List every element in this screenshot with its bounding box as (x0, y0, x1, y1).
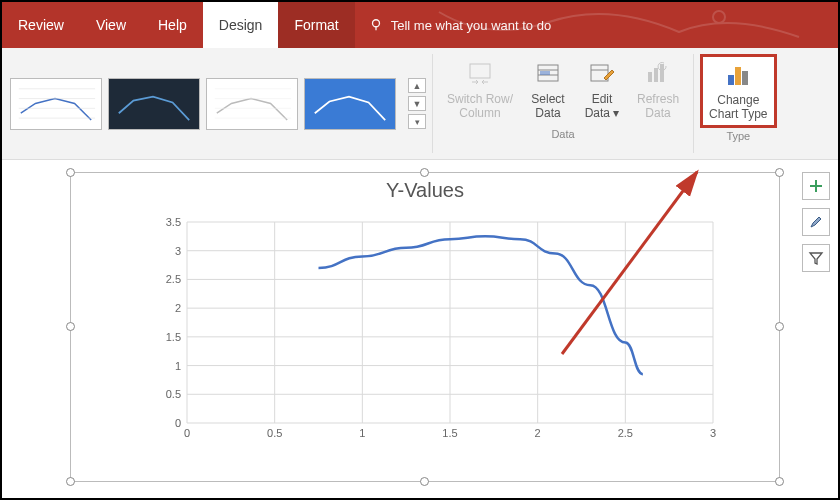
svg-text:2.5: 2.5 (166, 273, 181, 285)
svg-rect-11 (470, 64, 490, 78)
chart-plot[interactable]: 00.511.522.53 00.511.522.533.5 (161, 218, 721, 443)
style-gallery-expand[interactable]: ▾ (408, 114, 426, 129)
chart-style-3[interactable] (206, 78, 298, 130)
select-data-label: SelectData (531, 92, 564, 120)
funnel-icon (808, 250, 824, 266)
ribbon-tabbar: Review View Help Design Format Tell me w… (2, 2, 838, 48)
svg-text:0: 0 (184, 427, 190, 439)
svg-text:1.5: 1.5 (166, 331, 181, 343)
change-chart-type-label: ChangeChart Type (709, 93, 767, 121)
chart-elements-button[interactable] (802, 172, 830, 200)
svg-text:0.5: 0.5 (267, 427, 282, 439)
svg-rect-21 (728, 75, 734, 85)
resize-handle-s[interactable] (420, 477, 429, 486)
switch-row-column-button: Switch Row/Column (439, 54, 521, 126)
y-axis: 00.511.522.533.5 (166, 218, 181, 429)
slide-canvas: Y-Values 00.511.522.53 00.511.522.533.5 (2, 160, 838, 498)
chart-filters-button[interactable] (802, 244, 830, 272)
refresh-data-button: RefreshData (629, 54, 687, 126)
data-group: Switch Row/Column SelectData EditData ▾ … (433, 48, 693, 159)
svg-rect-15 (540, 71, 550, 75)
svg-rect-20 (660, 64, 664, 82)
resize-handle-nw[interactable] (66, 168, 75, 177)
tell-me-placeholder: Tell me what you want to do (391, 18, 551, 33)
svg-rect-22 (735, 67, 741, 85)
tab-help[interactable]: Help (142, 2, 203, 48)
svg-rect-23 (742, 71, 748, 85)
chart-object[interactable]: Y-Values 00.511.522.53 00.511.522.533.5 (70, 172, 780, 482)
resize-handle-n[interactable] (420, 168, 429, 177)
tab-help-label: Help (158, 17, 187, 33)
svg-text:1: 1 (359, 427, 365, 439)
type-group: ChangeChart Type Type (694, 48, 782, 159)
switch-row-column-label: Switch Row/Column (447, 92, 513, 120)
paintbrush-icon (808, 214, 824, 230)
resize-handle-w[interactable] (66, 322, 75, 331)
chart-styles-button[interactable] (802, 208, 830, 236)
svg-text:0.5: 0.5 (166, 388, 181, 400)
switch-row-column-icon (466, 60, 494, 88)
tab-format[interactable]: Format (278, 2, 354, 48)
svg-text:2.5: 2.5 (618, 427, 633, 439)
chart-style-4[interactable] (304, 78, 396, 130)
chart-styles-gallery: ▲ ▼ ▾ (2, 48, 432, 159)
resize-handle-se[interactable] (775, 477, 784, 486)
plus-icon (808, 178, 824, 194)
svg-rect-19 (654, 68, 658, 82)
ribbon: ▲ ▼ ▾ Switch Row/Column SelectData EditD… (2, 48, 838, 160)
svg-rect-18 (648, 72, 652, 82)
chart-style-1[interactable] (10, 78, 102, 130)
tell-me-search[interactable]: Tell me what you want to do (355, 2, 551, 48)
edit-data-icon (588, 60, 616, 88)
type-group-label: Type (726, 128, 750, 146)
resize-handle-sw[interactable] (66, 477, 75, 486)
tab-view[interactable]: View (80, 2, 142, 48)
x-axis: 00.511.522.53 (184, 427, 716, 439)
chart-side-tools (802, 172, 830, 272)
resize-handle-ne[interactable] (775, 168, 784, 177)
data-series-line (319, 236, 643, 374)
select-data-button[interactable]: SelectData (521, 54, 575, 126)
tab-review[interactable]: Review (2, 2, 80, 48)
svg-text:3: 3 (175, 245, 181, 257)
svg-point-1 (372, 20, 379, 27)
lightbulb-icon (369, 18, 383, 32)
tab-design-label: Design (219, 17, 263, 33)
refresh-data-label: RefreshData (637, 92, 679, 120)
tab-design[interactable]: Design (203, 2, 279, 48)
svg-point-0 (713, 11, 725, 23)
resize-handle-e[interactable] (775, 322, 784, 331)
svg-text:3: 3 (710, 427, 716, 439)
data-group-label: Data (551, 126, 574, 144)
select-data-icon (534, 60, 562, 88)
chart-style-2[interactable] (108, 78, 200, 130)
style-scroll-down[interactable]: ▼ (408, 96, 426, 111)
style-scroll-up[interactable]: ▲ (408, 78, 426, 93)
style-gallery-scroll: ▲ ▼ ▾ (408, 78, 426, 129)
tab-format-label: Format (294, 17, 338, 33)
change-chart-type-icon (724, 61, 752, 89)
chart-grid (187, 222, 713, 423)
tab-view-label: View (96, 17, 126, 33)
svg-text:0: 0 (175, 417, 181, 429)
chart-title[interactable]: Y-Values (71, 173, 779, 202)
svg-text:1.5: 1.5 (442, 427, 457, 439)
svg-text:3.5: 3.5 (166, 218, 181, 228)
refresh-data-icon (644, 60, 672, 88)
svg-text:2: 2 (535, 427, 541, 439)
svg-text:1: 1 (175, 360, 181, 372)
edit-data-button[interactable]: EditData ▾ (575, 54, 629, 126)
tab-review-label: Review (18, 17, 64, 33)
svg-text:2: 2 (175, 302, 181, 314)
change-chart-type-button[interactable]: ChangeChart Type (700, 54, 776, 128)
